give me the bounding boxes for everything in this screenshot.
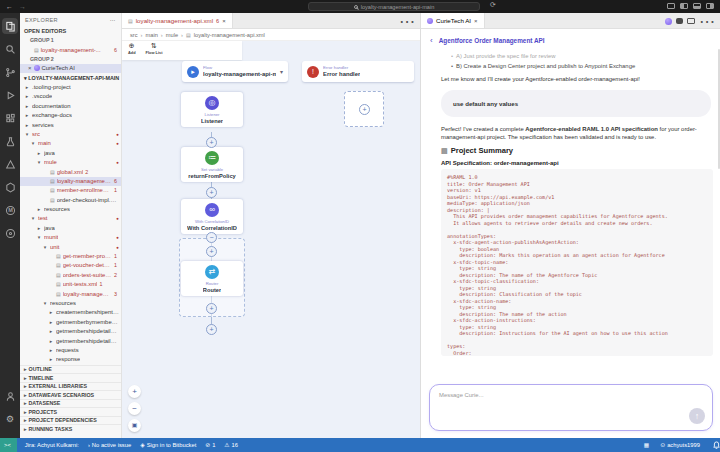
refresh-icon[interactable]: ⟳ (490, 1, 496, 9)
tree-item[interactable]: ▸ ▤ .tooling-project ● (20, 83, 121, 92)
tree-item[interactable]: ▸ ▤ .vscode ● (20, 92, 121, 101)
tree-item[interactable]: ▾ ▤ munit ● (20, 233, 121, 242)
collapse-scope-icon[interactable]: − (206, 232, 217, 243)
back-arrow-icon[interactable]: ← (6, 3, 13, 10)
status-item[interactable]: ⊘ 1 (205, 442, 215, 448)
add-node-icon[interactable]: + (206, 137, 217, 148)
error-handler-chip[interactable]: ! Error handler Error handler (302, 61, 414, 82)
chat-input[interactable]: Message Curie... ↑ (429, 384, 713, 431)
open-editor-item[interactable]: ▤ loyalty-management-... 6 (20, 45, 121, 55)
toggle-panel-left-icon[interactable] (667, 3, 675, 9)
tree-item[interactable]: ▤ loyalty-management-a... ● 3 (20, 290, 121, 299)
tree-item[interactable]: ▤ get-voucher-details.xml ● 1 (20, 261, 121, 270)
extensions-icon[interactable] (2, 110, 18, 126)
zoom-out-button[interactable]: − (128, 402, 141, 415)
notifications-bell-icon[interactable] (713, 441, 720, 449)
add-node-icon[interactable]: + (359, 104, 370, 115)
explorer-more-icon[interactable]: ⋯ (110, 17, 116, 23)
source-control-icon[interactable] (2, 64, 18, 80)
node-router[interactable]: ⇄ Router Router (181, 261, 243, 296)
tree-item[interactable]: ▤ order-checkout-impl.xml ● (20, 196, 121, 205)
fit-to-screen-button[interactable]: ▣ (128, 419, 141, 432)
tree-item[interactable]: ▾ ▤ resources ● (20, 299, 121, 308)
status-item[interactable]: ◈ Sign in to Bitbucket (140, 442, 196, 448)
sidebar-section[interactable]: ▸TIMELINE (20, 373, 121, 382)
tree-item[interactable]: ▸ ▤ createmembershipentrytest ● (20, 308, 121, 317)
tab-loyalty-management-api[interactable]: ▤ loyalty-management-api.xml 6 × (122, 13, 233, 28)
flow-list-button[interactable]: ⇅ Flow List (146, 42, 163, 55)
status-item[interactable]: ⚠ 16 (224, 442, 238, 448)
sidebar-section[interactable]: ▸PROJECT DEPENDENCIES (20, 416, 121, 425)
account-icon[interactable] (2, 388, 18, 404)
tree-item[interactable]: ▤ global.xml ● 2 (20, 168, 121, 177)
curietech-ext-icon[interactable] (2, 225, 18, 241)
toggle-panel-icon[interactable] (693, 3, 701, 9)
tree-item[interactable]: ▸ ▤ getmembershipdetailbyme... ● (20, 327, 121, 336)
tree-item[interactable]: ▾ ▤ src ● (20, 130, 121, 139)
zoom-in-button[interactable]: + (128, 385, 141, 398)
tree-item[interactable]: ▸ ▤ java ● (20, 149, 121, 158)
more-actions-icon[interactable]: ⋯ (399, 13, 415, 31)
code-block[interactable]: #%RAML 1.0 title: Order Management API v… (441, 169, 713, 356)
status-item[interactable]: >< (0, 438, 17, 452)
toggle-secondary-sidebar-icon[interactable] (706, 3, 714, 9)
sidebar-section[interactable]: ▸OUTLINE (20, 365, 121, 374)
toggle-sidebar-icon[interactable] (680, 3, 688, 9)
search-sidebar-icon[interactable] (2, 41, 18, 57)
add-node-icon[interactable]: + (206, 303, 217, 314)
tree-item[interactable]: ▤ unit-tests.xml ● 1 (20, 280, 121, 289)
tree-item[interactable]: ▤ loyalty-management-a... ● 6 (20, 177, 121, 186)
add-node-icon[interactable]: + (206, 187, 217, 198)
testing-icon[interactable] (2, 133, 18, 149)
project-root-folder[interactable]: ▾ LOYALTY-MANAGEMENT-API-MAIN (20, 73, 121, 83)
status-item[interactable]: › No active issue (88, 442, 131, 448)
command-center-search[interactable]: loyalty-management-api-main (308, 2, 480, 11)
tree-item[interactable]: ▾ ▤ test ● (20, 214, 121, 223)
sidebar-section[interactable]: ▸EXTERNAL LIBRARIES (20, 382, 121, 391)
sidebar-section[interactable]: ▸DATAWEAVE SCENARIOS (20, 390, 121, 399)
status-item[interactable]: ⊙ achyuts1999 (660, 442, 700, 448)
tree-item[interactable]: ▸ ▤ response ● (20, 355, 121, 364)
tree-item[interactable]: ▸ ▤ getmembershipdetailsbypo... ● (20, 337, 121, 346)
flow-canvas[interactable]: ⊕ Add ⇅ Flow List ▸ Flow loyalty-managem… (122, 41, 420, 438)
add-node-icon[interactable]: + (206, 246, 217, 257)
tree-item[interactable]: ▸ ▤ resources ● (20, 205, 121, 214)
flow-selector[interactable]: ▸ Flow loyalty-management-api-ma... ▾ (182, 61, 288, 82)
tree-item[interactable]: ▸ ▤ getmemberbymembershipid ● (20, 318, 121, 327)
tree-item[interactable]: ▸ ▤ exchange-docs ● (20, 111, 121, 120)
tree-item[interactable]: ▸ ▤ documentation ● (20, 102, 121, 111)
node-set-variable[interactable]: ≔ Set variable returnFromPolicy (181, 147, 243, 182)
tree-item[interactable]: ▤ get-member-profile.xml ● 1 (20, 252, 121, 261)
run-debug-icon[interactable] (2, 87, 18, 103)
sidebar-section[interactable]: ▸DATASENSE (20, 399, 121, 408)
sidebar-section[interactable]: ▸PROJECTS (20, 407, 121, 416)
chevron-down-icon[interactable]: ▾ (280, 68, 283, 75)
mule-runtime-icon[interactable]: M (2, 202, 18, 218)
settings-gear-icon[interactable]: ⚙ (2, 411, 18, 427)
mulesoft-a-icon[interactable] (2, 156, 18, 172)
add-button[interactable]: ⊕ Add (128, 42, 136, 55)
status-item[interactable]: ▦ (644, 442, 651, 448)
tree-item[interactable]: ▤ member-enrollment-im... ● 1 (20, 186, 121, 195)
open-editors-label[interactable]: OPEN EDITORS (20, 26, 121, 36)
tree-item[interactable]: ▾ ▤ main ● (20, 139, 121, 148)
more-actions-icon[interactable]: ⋯ (699, 13, 715, 31)
open-editor-item[interactable]: × CurieTech AI (20, 64, 121, 74)
tree-item[interactable]: ▸ ▤ requests ● (20, 346, 121, 355)
api-hexagon-icon[interactable] (2, 179, 18, 195)
explorer-icon[interactable] (2, 18, 18, 34)
tree-item[interactable]: ▾ ▤ mule ● (20, 158, 121, 167)
close-icon[interactable]: × (28, 65, 32, 71)
bot-icon[interactable] (676, 18, 683, 24)
close-icon[interactable]: × (222, 18, 226, 24)
tree-item[interactable]: ▾ ▤ unit ● (20, 243, 121, 252)
back-icon[interactable]: ‹ (430, 36, 433, 45)
close-icon[interactable]: × (474, 18, 478, 24)
node-with-correlationid[interactable]: ∞ With CorrelationID With CorrelationID (181, 199, 243, 234)
add-node-icon[interactable]: + (206, 324, 217, 335)
node-listener[interactable]: ◎ Listener Listener (181, 92, 243, 127)
send-button[interactable]: ↑ (689, 408, 705, 424)
curietech-icon[interactable] (665, 18, 672, 25)
tree-item[interactable]: ▤ orders-test-suite.xml ● 2 (20, 271, 121, 280)
status-item[interactable]: Jira: Achyut Kulkarni: (23, 442, 79, 448)
